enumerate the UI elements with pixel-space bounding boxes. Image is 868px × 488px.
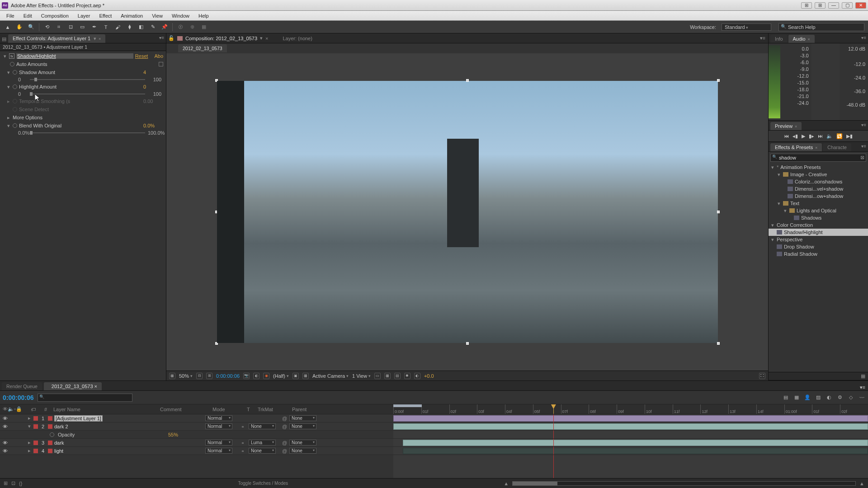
tree-twirl-icon[interactable]: ▾: [777, 201, 781, 206]
preset-item[interactable]: Shadows: [801, 215, 866, 221]
visibility-toggle[interactable]: 👁: [3, 416, 8, 421]
first-frame-button[interactable]: ⏮: [784, 133, 789, 139]
effect-controls-tab[interactable]: Effect Controls: Adjustment Layer 1 ▾ ×: [8, 34, 105, 43]
blend-mode-cell[interactable]: Normal: [205, 448, 237, 454]
tree-image-creative[interactable]: Image - Creative: [790, 172, 866, 177]
puppet-tool[interactable]: 📌: [160, 23, 169, 31]
stopwatch-icon[interactable]: [10, 62, 14, 66]
preset-item[interactable]: Dimensi...ow+shadow: [795, 193, 866, 199]
layer-handle[interactable]: [717, 342, 720, 345]
pixel-aspect-icon[interactable]: ▭: [374, 373, 381, 379]
menu-file[interactable]: File: [3, 12, 18, 19]
motion-blur-icon[interactable]: ◐: [826, 394, 833, 400]
stopwatch-icon[interactable]: [13, 70, 17, 75]
visibility-toggle[interactable]: 👁: [3, 424, 8, 429]
render-queue-tab[interactable]: Render Queue: [2, 382, 42, 390]
visibility-toggle[interactable]: 👁: [3, 440, 8, 446]
track-matte-cell[interactable]: None: [249, 423, 280, 429]
tree-lights-optical[interactable]: Lights and Optical: [797, 208, 866, 213]
parent-cell[interactable]: None: [289, 448, 326, 454]
minimize-button[interactable]: —: [828, 2, 839, 9]
timeline-icon[interactable]: ▤: [394, 373, 401, 379]
layer-handle[interactable]: [466, 342, 469, 345]
panel-menu-icon[interactable]: ▾≡: [159, 35, 164, 40]
audio-tab[interactable]: Audio ×: [788, 35, 815, 43]
layer-handle[interactable]: [215, 342, 218, 345]
effect-shadow-highlight[interactable]: Shadow/Highlight: [784, 230, 866, 235]
preserve-transparency[interactable]: ▫: [239, 448, 247, 454]
layer-duration-bar[interactable]: [393, 415, 868, 422]
draft-3d-icon[interactable]: ▦: [793, 394, 800, 400]
layer-twirl-icon[interactable]: ▾: [27, 423, 32, 429]
panel-menu-icon[interactable]: ▾≡: [860, 385, 865, 390]
menu-animation[interactable]: Animation: [117, 12, 146, 19]
track-matte-cell[interactable]: None: [249, 448, 280, 454]
type-tool[interactable]: T: [102, 23, 110, 31]
group-panels-button[interactable]: ⊞: [801, 2, 812, 9]
tree-twirl-icon[interactable]: ▾: [783, 208, 788, 214]
workspace-dropdown[interactable]: Standard: [722, 23, 771, 31]
tree-twirl-icon[interactable]: ▾: [770, 237, 775, 243]
roi-icon[interactable]: ▣: [292, 373, 299, 379]
snapshot-icon[interactable]: 📷: [243, 373, 250, 379]
layer-handle[interactable]: [717, 79, 720, 82]
blend-mode-dropdown[interactable]: Normal: [205, 415, 232, 421]
parent-pickwhip-icon[interactable]: @: [282, 424, 288, 429]
panel-menu-icon[interactable]: ▾≡: [861, 144, 866, 149]
tab-close-icon[interactable]: ×: [795, 124, 797, 129]
camera-tool[interactable]: ⌗: [55, 23, 63, 31]
toggle-switches-modes-button[interactable]: Toggle Switches / Modes: [26, 481, 500, 486]
maximize-panel-icon[interactable]: ⛶: [759, 373, 765, 379]
parent-cell[interactable]: None: [289, 423, 326, 429]
panel-menu-icon[interactable]: ▾≡: [861, 35, 866, 40]
rotation-tool[interactable]: ⟲: [43, 23, 51, 31]
3d-view-dropdown[interactable]: Active Camera: [312, 373, 349, 379]
zoom-in-icon[interactable]: ▲: [859, 481, 864, 486]
panel-menu-icon[interactable]: ▾≡: [861, 122, 866, 127]
tree-twirl-icon[interactable]: ▾: [770, 222, 775, 228]
parent-dropdown[interactable]: None: [289, 440, 316, 446]
layer-handle[interactable]: [717, 211, 720, 213]
property-value[interactable]: 55%: [168, 432, 178, 437]
close-button[interactable]: ✕: [855, 2, 866, 9]
menu-layer[interactable]: Layer: [74, 12, 94, 19]
tree-twirl-icon[interactable]: ▾: [770, 164, 775, 170]
timeline-comp-tab[interactable]: 2012_02_13_0573 ×: [44, 382, 102, 390]
auto-amounts-checkbox[interactable]: [159, 62, 163, 66]
brush-tool[interactable]: 🖌: [113, 23, 122, 31]
menu-window[interactable]: Window: [168, 12, 193, 19]
layer-handle[interactable]: [466, 79, 469, 82]
shadow-amount-slider[interactable]: 0 100: [0, 76, 166, 83]
parent-dropdown[interactable]: None: [289, 448, 316, 454]
eraser-tool[interactable]: ◧: [137, 23, 145, 31]
hide-shy-icon[interactable]: 👤: [804, 394, 811, 400]
tab-close-icon[interactable]: ×: [99, 37, 101, 41]
layer-name-cell[interactable]: dark 2: [48, 424, 152, 429]
view-axis-mode[interactable]: ▦: [200, 23, 208, 31]
zoom-dropdown[interactable]: 50%: [179, 373, 193, 379]
work-area-bar[interactable]: [393, 404, 422, 407]
parent-dropdown[interactable]: None: [289, 415, 316, 421]
parent-dropdown[interactable]: None: [289, 423, 316, 429]
tab-dropdown-icon[interactable]: ▾: [260, 35, 263, 41]
layer-name-cell[interactable]: light: [48, 448, 152, 454]
tab-close-icon[interactable]: ×: [265, 36, 268, 41]
world-axis-mode[interactable]: ⊕: [188, 23, 196, 31]
toggle-switches-icon[interactable]: ⊞: [4, 480, 8, 486]
current-time-display[interactable]: 0:00:00:06: [216, 373, 240, 379]
parent-pickwhip-icon[interactable]: @: [282, 416, 288, 421]
shape-tool[interactable]: ▭: [78, 23, 86, 31]
auto-keyframe-icon[interactable]: ◇: [847, 394, 854, 400]
track-matte-dropdown[interactable]: Luma: [249, 440, 276, 446]
resolution-icon[interactable]: ⊟: [196, 373, 203, 379]
project-flowchart-icon[interactable]: ▤: [2, 36, 6, 42]
tree-color-correction[interactable]: Color Correction: [777, 222, 866, 228]
mute-button[interactable]: 🔈: [826, 133, 833, 139]
parent-cell[interactable]: None: [289, 440, 326, 446]
layer-row[interactable]: 👁▾2dark 2Normal▫None@None: [0, 422, 868, 431]
prev-frame-button[interactable]: ◂▮: [793, 133, 798, 139]
show-channel-icon[interactable]: ◐: [253, 373, 259, 379]
track-matte-dropdown[interactable]: None: [249, 448, 276, 454]
flowchart-icon[interactable]: ✱: [404, 373, 410, 379]
tab-dropdown-icon[interactable]: ▾: [94, 36, 96, 41]
